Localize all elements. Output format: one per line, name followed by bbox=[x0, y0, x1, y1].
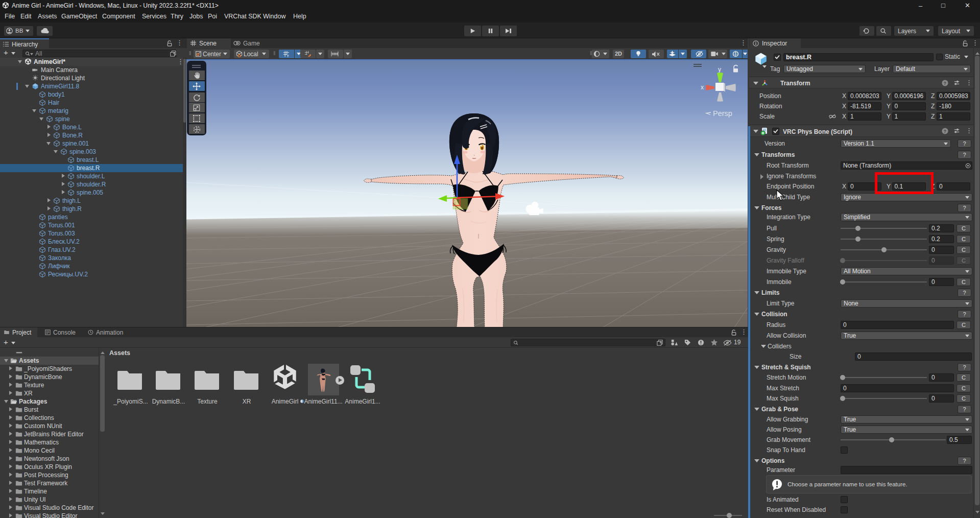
svg-text:Y: Y bbox=[286, 54, 289, 57]
svg-text:Persp: Persp bbox=[713, 109, 732, 117]
svg-text:?: ? bbox=[944, 81, 946, 86]
svg-text:x: x bbox=[701, 84, 704, 91]
svg-text:?: ? bbox=[944, 129, 946, 134]
svg-text:y: y bbox=[718, 66, 721, 73]
